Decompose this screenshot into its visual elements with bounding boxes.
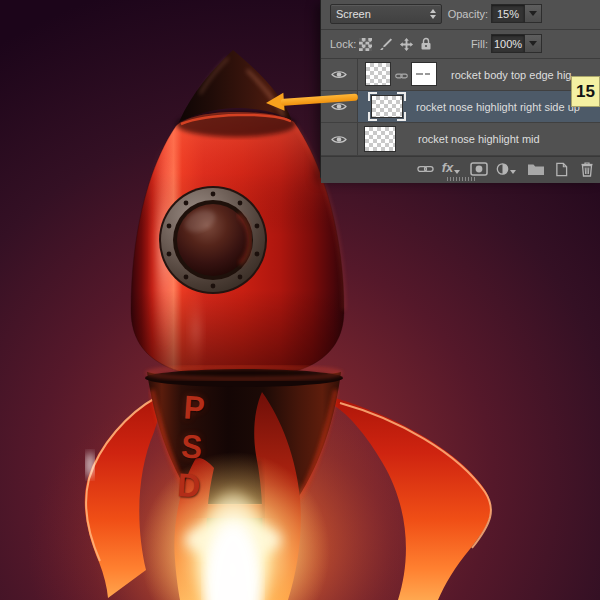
rocket-porthole [159,186,267,294]
lock-pixels-brush-icon[interactable] [377,36,393,52]
layer-thumbnail[interactable] [364,126,396,152]
opacity-field[interactable]: 15% [491,4,525,23]
lock-fill-row: Lock: Fill: 100% [321,30,600,59]
layer-visibility-toggle[interactable] [321,59,358,90]
new-group-folder-icon[interactable] [526,161,546,177]
layer-thumbnail[interactable] [365,62,391,86]
eye-icon [331,69,347,80]
fill-field[interactable]: 100% [491,34,525,53]
new-layer-icon[interactable] [551,161,571,177]
new-adjustment-layer-icon[interactable] [496,161,516,177]
layer-name[interactable]: rocket body top edge hig... [451,69,581,81]
tutorial-step-badge: 15 [571,76,600,107]
layer-name[interactable]: rocket nose highlight right side up [416,101,580,113]
opacity-dropdown-button[interactable] [525,4,542,23]
fill-value: 100% [494,38,522,50]
layers-panel: Screen Opacity: 15% Lock: Fil [320,0,600,178]
mask-link-icon[interactable] [395,70,408,82]
layer-visibility-toggle[interactable] [321,123,358,155]
layer-thumbnail-selected[interactable] [368,92,406,121]
fill-label: Fill: [471,38,488,50]
fill-dropdown-button[interactable] [525,34,542,53]
add-layer-mask-icon[interactable] [469,161,489,177]
panel-resize-grip[interactable] [447,177,475,181]
blend-mode-select[interactable]: Screen [330,4,442,24]
link-layers-icon[interactable] [415,161,435,177]
stepper-icon [430,9,436,19]
lock-all-padlock-icon[interactable] [418,36,434,52]
chevron-down-icon [529,41,537,46]
blend-opacity-row: Screen Opacity: 15% [321,0,600,30]
layer-row-nose-highlight-right[interactable]: rocket nose highlight right side up [321,91,600,123]
lock-position-move-icon[interactable] [398,36,414,52]
document-canvas[interactable]: PSD Screen Opacity: 15% Lock: [0,0,600,600]
lock-transparency-icon[interactable] [357,36,373,52]
delete-layer-trash-icon[interactable] [577,161,597,177]
blend-mode-value: Screen [336,8,426,20]
layer-row-body-top-edge[interactable]: rocket body top edge hig... [321,59,600,91]
lock-label: Lock: [330,38,356,50]
rocket-psd-label: PSD [171,388,225,516]
chevron-down-icon [529,11,537,16]
layers-panel-footer: fx [321,156,600,183]
eye-icon [331,134,347,145]
arrow-shaft [281,94,358,106]
opacity-label: Opacity: [448,8,488,20]
layer-row-nose-highlight-mid[interactable]: rocket nose highlight mid [321,123,600,156]
opacity-value: 15% [497,8,519,20]
layer-styles-fx-icon[interactable]: fx [441,161,461,177]
layer-name[interactable]: rocket nose highlight mid [418,133,540,145]
layer-mask-thumbnail[interactable] [411,62,437,86]
